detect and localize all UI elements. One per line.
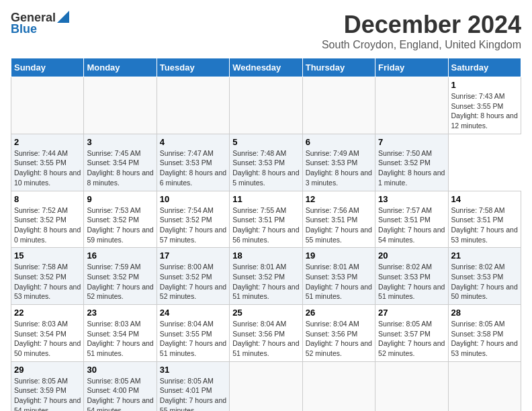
sunrise-text: Sunrise: 8:04 AM xyxy=(232,320,286,328)
day-number: 25 xyxy=(232,308,299,318)
day-info: Sunrise: 8:04 AM Sunset: 3:56 PM Dayligh… xyxy=(232,319,299,359)
table-row: 10 Sunrise: 7:54 AM Sunset: 3:52 PM Dayl… xyxy=(157,191,229,248)
daylight-text: Daylight: 7 hours and 52 minutes. xyxy=(378,339,445,357)
day-info: Sunrise: 8:02 AM Sunset: 3:53 PM Dayligh… xyxy=(451,262,518,302)
table-row: 23 Sunrise: 8:03 AM Sunset: 3:54 PM Dayl… xyxy=(84,305,157,362)
day-number: 9 xyxy=(87,194,153,204)
day-number: 16 xyxy=(87,250,153,261)
daylight-text: Daylight: 7 hours and 52 minutes. xyxy=(87,283,153,301)
daylight-text: Daylight: 7 hours and 53 minutes. xyxy=(451,226,518,244)
day-number: 8 xyxy=(14,194,81,204)
sunrise-text: Sunrise: 8:00 AM xyxy=(160,263,214,271)
table-row: 21 Sunrise: 8:02 AM Sunset: 3:53 PM Dayl… xyxy=(448,248,521,305)
day-info: Sunrise: 7:56 AM Sunset: 3:51 PM Dayligh… xyxy=(306,205,372,245)
day-info: Sunrise: 7:52 AM Sunset: 3:52 PM Dayligh… xyxy=(14,205,81,245)
day-number: 31 xyxy=(160,365,226,375)
logo-blue-text: Blue xyxy=(11,22,37,36)
daylight-text: Daylight: 7 hours and 54 minutes. xyxy=(87,396,153,411)
day-info: Sunrise: 7:53 AM Sunset: 3:52 PM Dayligh… xyxy=(87,205,153,245)
daylight-text: Daylight: 7 hours and 55 minutes. xyxy=(306,226,372,244)
daylight-text: Daylight: 7 hours and 50 minutes. xyxy=(14,339,81,357)
day-number: 24 xyxy=(160,308,226,318)
calendar-week-row: 8 Sunrise: 7:52 AM Sunset: 3:52 PM Dayli… xyxy=(11,191,521,248)
daylight-text: Daylight: 7 hours and 57 minutes. xyxy=(160,226,226,244)
calendar-week-row: 22 Sunrise: 8:03 AM Sunset: 3:54 PM Dayl… xyxy=(11,305,521,362)
day-number: 1 xyxy=(451,80,518,90)
table-row: 2 Sunrise: 7:44 AM Sunset: 3:55 PM Dayli… xyxy=(11,134,84,191)
sunrise-text: Sunrise: 7:50 AM xyxy=(378,149,432,157)
daylight-text: Daylight: 7 hours and 54 minutes. xyxy=(378,226,445,244)
sunset-text: Sunset: 3:58 PM xyxy=(451,330,504,338)
calendar-week-row: 2 Sunrise: 7:44 AM Sunset: 3:55 PM Dayli… xyxy=(11,134,521,191)
day-info: Sunrise: 8:04 AM Sunset: 3:55 PM Dayligh… xyxy=(160,319,226,359)
sunrise-text: Sunrise: 8:02 AM xyxy=(451,263,505,271)
day-number: 26 xyxy=(306,308,372,318)
sunrise-text: Sunrise: 7:45 AM xyxy=(87,149,140,157)
sunset-text: Sunset: 3:53 PM xyxy=(451,273,504,281)
sunrise-text: Sunrise: 8:04 AM xyxy=(160,320,214,328)
day-number: 14 xyxy=(451,194,518,204)
sunset-text: Sunset: 4:01 PM xyxy=(160,386,212,394)
sunset-text: Sunset: 3:52 PM xyxy=(232,273,285,281)
sunset-text: Sunset: 3:55 PM xyxy=(160,330,212,338)
sunrise-text: Sunrise: 8:03 AM xyxy=(14,320,68,328)
daylight-text: Daylight: 7 hours and 59 minutes. xyxy=(87,226,153,244)
table-row: 26 Sunrise: 8:04 AM Sunset: 3:56 PM Dayl… xyxy=(302,305,375,362)
table-row: 31 Sunrise: 8:05 AM Sunset: 4:01 PM Dayl… xyxy=(157,361,229,411)
day-number: 17 xyxy=(160,250,226,261)
sunset-text: Sunset: 3:51 PM xyxy=(378,216,431,224)
daylight-text: Daylight: 7 hours and 53 minutes. xyxy=(451,339,518,357)
sunrise-text: Sunrise: 7:44 AM xyxy=(14,149,68,157)
sunset-text: Sunset: 3:52 PM xyxy=(378,158,431,167)
daylight-text: Daylight: 7 hours and 52 minutes. xyxy=(306,339,372,357)
sunset-text: Sunset: 3:52 PM xyxy=(14,216,66,224)
sunset-text: Sunset: 3:53 PM xyxy=(306,158,358,167)
day-info: Sunrise: 7:48 AM Sunset: 3:53 PM Dayligh… xyxy=(232,148,299,188)
table-row xyxy=(375,361,448,411)
header-saturday: Saturday xyxy=(448,58,521,77)
day-info: Sunrise: 8:01 AM Sunset: 3:52 PM Dayligh… xyxy=(232,262,299,302)
day-info: Sunrise: 7:57 AM Sunset: 3:51 PM Dayligh… xyxy=(378,205,445,245)
table-row xyxy=(11,77,84,134)
table-row xyxy=(84,77,157,134)
table-row xyxy=(302,361,375,411)
sunrise-text: Sunrise: 7:55 AM xyxy=(232,206,286,214)
sunset-text: Sunset: 3:53 PM xyxy=(306,273,358,281)
day-info: Sunrise: 8:05 AM Sunset: 4:00 PM Dayligh… xyxy=(87,376,153,411)
daylight-text: Daylight: 7 hours and 56 minutes. xyxy=(232,226,299,244)
daylight-text: Daylight: 7 hours and 53 minutes. xyxy=(14,283,81,301)
day-number: 13 xyxy=(378,194,445,204)
sunrise-text: Sunrise: 7:48 AM xyxy=(232,149,286,157)
sunset-text: Sunset: 3:54 PM xyxy=(14,330,66,338)
table-row: 7 Sunrise: 7:50 AM Sunset: 3:52 PM Dayli… xyxy=(375,134,448,191)
daylight-text: Daylight: 7 hours and 51 minutes. xyxy=(160,339,226,357)
sunset-text: Sunset: 3:57 PM xyxy=(378,330,431,338)
day-number: 19 xyxy=(306,250,372,261)
header-thursday: Thursday xyxy=(302,58,375,77)
daylight-text: Daylight: 7 hours and 55 minutes. xyxy=(160,396,226,411)
sunrise-text: Sunrise: 7:58 AM xyxy=(451,206,505,214)
sunrise-text: Sunrise: 8:05 AM xyxy=(87,377,140,385)
day-number: 11 xyxy=(232,194,299,204)
day-number: 4 xyxy=(160,137,226,147)
table-row: 9 Sunrise: 7:53 AM Sunset: 3:52 PM Dayli… xyxy=(84,191,157,248)
day-info: Sunrise: 7:58 AM Sunset: 3:52 PM Dayligh… xyxy=(14,262,81,302)
sunrise-text: Sunrise: 8:05 AM xyxy=(160,377,214,385)
sunrise-text: Sunrise: 7:58 AM xyxy=(14,263,68,271)
daylight-text: Daylight: 8 hours and 8 minutes. xyxy=(87,169,153,187)
sunset-text: Sunset: 3:51 PM xyxy=(451,216,504,224)
sunset-text: Sunset: 3:51 PM xyxy=(306,216,358,224)
table-row: 16 Sunrise: 7:59 AM Sunset: 3:52 PM Dayl… xyxy=(84,248,157,305)
day-number: 18 xyxy=(232,250,299,261)
table-row xyxy=(230,77,302,134)
sunrise-text: Sunrise: 8:03 AM xyxy=(87,320,140,328)
table-row: 22 Sunrise: 8:03 AM Sunset: 3:54 PM Dayl… xyxy=(11,305,84,362)
sunset-text: Sunset: 3:52 PM xyxy=(87,273,139,281)
location-text: South Croydon, England, United Kingdom xyxy=(322,39,521,51)
sunset-text: Sunset: 3:59 PM xyxy=(14,386,66,394)
day-info: Sunrise: 7:43 AM Sunset: 3:55 PM Dayligh… xyxy=(451,91,518,131)
day-info: Sunrise: 7:50 AM Sunset: 3:52 PM Dayligh… xyxy=(378,148,445,188)
daylight-text: Daylight: 8 hours and 12 minutes. xyxy=(451,111,518,130)
sunset-text: Sunset: 3:52 PM xyxy=(87,216,139,224)
logo-icon xyxy=(57,11,69,23)
